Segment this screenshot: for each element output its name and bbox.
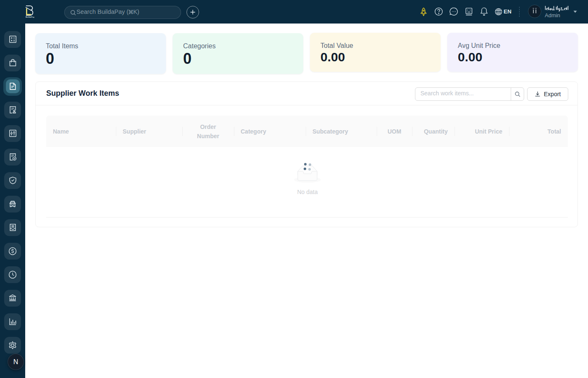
- svg-text:BuildaPay: BuildaPay: [26, 16, 35, 18]
